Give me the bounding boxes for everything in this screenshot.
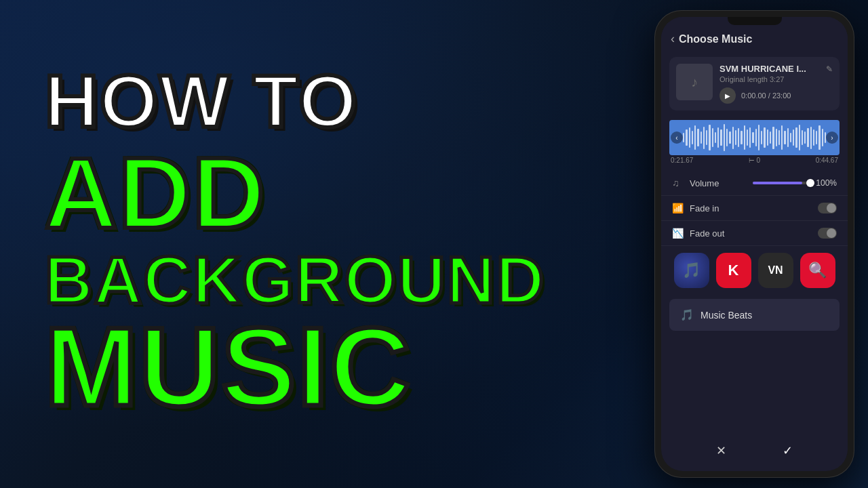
phone-notch bbox=[728, 17, 782, 25]
waveform-area: ‹ bbox=[669, 120, 840, 165]
phone-outer: ‹ Choose Music ♪ SVM HURRICANE I... ✎ Or… bbox=[654, 10, 854, 478]
app-title: Choose Music bbox=[679, 33, 752, 45]
app-icon-spot[interactable]: 🔍 bbox=[800, 253, 835, 288]
track-info: SVM HURRICANE I... ✎ Original length 3:2… bbox=[719, 64, 833, 104]
track-name: SVM HURRICANE I... bbox=[719, 64, 806, 74]
fade-out-icon: 📉 bbox=[672, 228, 683, 239]
music-beats-button[interactable]: 🎵 Music Beats bbox=[669, 299, 840, 331]
title-line-4: MUSIC bbox=[45, 308, 546, 426]
music-beats-label: Music Beats bbox=[701, 310, 752, 321]
waveform-time-end: 0:44.67 bbox=[816, 157, 838, 164]
vn-icon-symbol: VN bbox=[768, 264, 783, 277]
waveform-container[interactable]: ‹ bbox=[669, 120, 840, 155]
confirm-button[interactable]: ✓ bbox=[775, 439, 800, 463]
musi-icon-symbol: 🎵 bbox=[682, 262, 701, 279]
fade-out-toggle-knob bbox=[827, 228, 836, 238]
title-line-1: HOW TO bbox=[45, 62, 546, 140]
waveform-bars bbox=[683, 120, 826, 155]
fade-in-toggle-knob bbox=[827, 203, 836, 213]
bottom-actions: ✕ ✓ bbox=[661, 430, 848, 471]
edit-icon[interactable]: ✎ bbox=[826, 64, 833, 74]
phone-screen: ‹ Choose Music ♪ SVM HURRICANE I... ✎ Or… bbox=[661, 17, 848, 471]
fade-in-icon: 📶 bbox=[672, 203, 683, 214]
waveform-nav-left[interactable]: ‹ bbox=[671, 131, 683, 144]
waveform-time-start: 0:21.67 bbox=[671, 157, 693, 164]
phone-mockup: ‹ Choose Music ♪ SVM HURRICANE I... ✎ Or… bbox=[654, 10, 854, 478]
volume-slider-fill bbox=[753, 182, 802, 184]
volume-slider[interactable] bbox=[753, 182, 810, 184]
waveform-times: 0:21.67 ⊢ 0 0:44.67 bbox=[669, 155, 840, 165]
music-note-icon: ♪ bbox=[691, 75, 698, 90]
time-display: 0:00.00 / 23:00 bbox=[741, 92, 791, 100]
waveform-time-marker: ⊢ 0 bbox=[749, 157, 760, 164]
track-original-length: Original length 3:27 bbox=[719, 75, 833, 83]
track-card: ♪ SVM HURRICANE I... ✎ Original length 3… bbox=[669, 57, 840, 110]
app-icon-kine[interactable]: K bbox=[716, 253, 751, 288]
fade-in-toggle[interactable] bbox=[818, 203, 837, 214]
volume-label: Volume bbox=[690, 178, 747, 188]
play-button[interactable]: ▶ bbox=[719, 87, 736, 104]
fade-in-row: 📶 Fade in bbox=[661, 196, 848, 221]
title-block: HOW TO ADD BACKGROUND MUSIC bbox=[4, 48, 587, 439]
waveform-nav-right[interactable]: › bbox=[826, 131, 838, 144]
volume-thumb bbox=[806, 179, 814, 187]
fade-out-label: Fade out bbox=[690, 228, 818, 239]
cancel-button[interactable]: ✕ bbox=[709, 439, 734, 463]
volume-icon: ♫ bbox=[672, 178, 683, 188]
fade-out-row: 📉 Fade out bbox=[661, 221, 848, 246]
fade-in-label: Fade in bbox=[690, 203, 818, 214]
app-icons-row: 🎵 K VN 🔍 bbox=[661, 246, 848, 295]
back-button[interactable]: ‹ bbox=[671, 32, 675, 46]
music-beats-icon: 🎵 bbox=[680, 308, 694, 321]
app-icon-vn[interactable]: VN bbox=[758, 253, 793, 288]
spot-icon-symbol: 🔍 bbox=[808, 262, 827, 279]
left-panel: HOW TO ADD BACKGROUND MUSIC bbox=[0, 0, 590, 488]
volume-percent: 100% bbox=[816, 178, 837, 188]
title-line-2: ADD bbox=[45, 140, 546, 245]
track-thumbnail: ♪ bbox=[676, 64, 713, 100]
fade-out-toggle[interactable] bbox=[818, 228, 837, 239]
track-name-row: SVM HURRICANE I... ✎ bbox=[719, 64, 833, 74]
track-controls: ▶ 0:00.00 / 23:00 bbox=[719, 87, 833, 104]
app-icon-musi[interactable]: 🎵 bbox=[674, 253, 709, 288]
volume-control-row: ♫ Volume 100% bbox=[661, 171, 848, 196]
kine-icon-symbol: K bbox=[728, 262, 739, 279]
